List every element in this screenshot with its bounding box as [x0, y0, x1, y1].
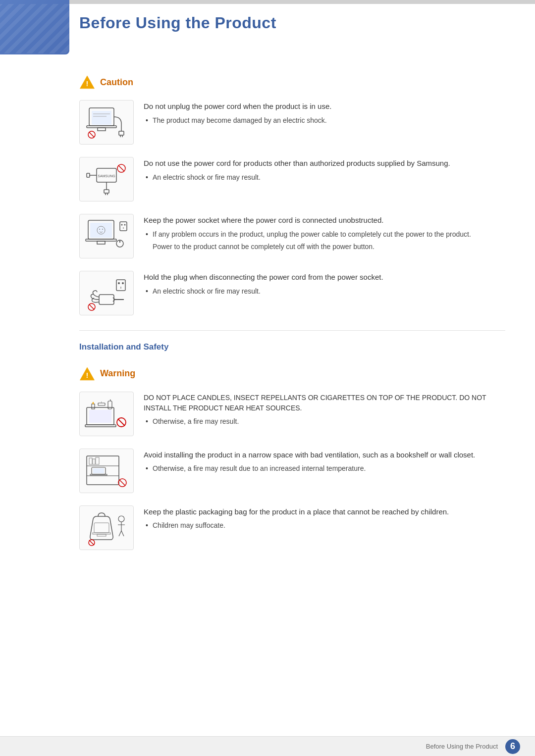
warning-bullets-1: Otherwise, a fire may result.	[144, 416, 505, 427]
svg-point-34	[124, 224, 126, 225]
caution-main-2: Do not use the power cord for products o…	[144, 158, 505, 169]
caution-icon: !	[79, 74, 95, 90]
caution-section: ! Caution	[79, 74, 505, 315]
warning-image-2	[79, 449, 134, 493]
left-accent-block	[0, 0, 69, 54]
caution-image-1	[79, 100, 134, 145]
svg-rect-48	[92, 404, 95, 409]
svg-line-20	[118, 165, 124, 171]
caution-title: Caution	[100, 76, 133, 89]
top-bar	[0, 0, 535, 4]
svg-point-68	[118, 516, 124, 522]
svg-rect-36	[99, 295, 114, 304]
svg-rect-60	[89, 458, 92, 464]
installation-heading: Installation and Safety	[79, 341, 505, 353]
svg-rect-16	[104, 190, 109, 193]
caution-bullets-1: The product may become damaged by an ele…	[144, 115, 505, 126]
installation-section: Installation and Safety ! Warning	[79, 330, 505, 550]
warning-bullet-1-1: Otherwise, a fire may result.	[144, 416, 505, 427]
caution-image-2: SAMSUNG	[79, 157, 134, 202]
bottom-bar: Before Using the Product 6	[0, 736, 535, 756]
caution-item-4: Hold the plug when disconnecting the pow…	[79, 271, 505, 315]
caution-text-2: Do not use the power cord for products o…	[144, 157, 505, 185]
svg-line-71	[119, 531, 121, 536]
warning-icon: !	[79, 366, 95, 382]
svg-rect-58	[90, 474, 107, 475]
caution-item-3: Keep the power socket where the power co…	[79, 214, 505, 258]
svg-rect-25	[97, 241, 105, 244]
warning-main-1: DO NOT PLACE CANDLES, INSECT REPELLANTS …	[144, 393, 505, 413]
caution-bullet-4-1: An electric shock or fire may result.	[144, 286, 505, 297]
svg-rect-38	[116, 280, 125, 291]
warning-title: Warning	[100, 367, 135, 380]
caution-bullet-1-1: The product may become damaged by an ele…	[144, 115, 505, 126]
warning-text-3: Keep the plastic packaging bag for the p…	[144, 505, 505, 533]
caution-main-3: Keep the power socket where the power co…	[144, 215, 505, 226]
caution-bullets-4: An electric shock or fire may result.	[144, 286, 505, 297]
caution-bullet-3-1: If any problem occurs in the product, un…	[144, 229, 505, 240]
page-number: 6	[505, 739, 520, 754]
svg-point-33	[121, 224, 123, 225]
svg-rect-65	[94, 523, 109, 533]
svg-line-64	[119, 480, 125, 486]
svg-rect-4	[98, 128, 106, 131]
main-content: ! Caution	[79, 54, 505, 731]
warning-bullet-3-1: Children may suffocate.	[144, 520, 505, 531]
svg-rect-32	[120, 222, 127, 231]
svg-point-40	[122, 282, 124, 284]
svg-line-9	[89, 132, 94, 137]
svg-line-43	[89, 304, 94, 309]
warning-item-1: DO NOT PLACE CANDLES, INSECT REPELLANTS …	[79, 392, 505, 436]
svg-rect-5	[119, 131, 124, 135]
warning-bullet-2-1: Otherwise, a fire may result due to an i…	[144, 463, 505, 474]
caution-item-2: SAMSUNG Do not use the power cord for	[79, 157, 505, 202]
warning-item-3: Keep the plastic packaging bag for the p…	[79, 505, 505, 550]
svg-line-52	[118, 419, 125, 426]
page-title: Before Using the Product	[79, 11, 505, 35]
svg-rect-10	[92, 111, 111, 125]
warning-image-1	[79, 392, 134, 436]
caution-text-3: Keep the power socket where the power co…	[144, 214, 505, 252]
svg-rect-62	[96, 457, 99, 464]
stripe-decoration	[0, 4, 69, 53]
svg-point-29	[102, 229, 103, 230]
svg-text:!: !	[86, 371, 89, 379]
svg-rect-67	[97, 534, 106, 536]
svg-rect-53	[89, 410, 111, 423]
warning-main-3: Keep the plastic packaging bag for the p…	[144, 506, 505, 518]
divider	[79, 330, 505, 331]
bottom-page-label: Before Using the Product	[426, 742, 498, 752]
svg-text:SAMSUNG: SAMSUNG	[98, 174, 115, 178]
svg-rect-49	[98, 403, 105, 405]
warning-header: ! Warning	[79, 366, 505, 382]
caution-main-4: Hold the plug when disconnecting the pow…	[144, 272, 505, 283]
svg-rect-59	[93, 468, 104, 473]
svg-line-72	[121, 531, 124, 536]
svg-rect-47	[85, 425, 116, 427]
warning-bullets-3: Children may suffocate.	[144, 520, 505, 531]
caution-extra-3: Power to the product cannot be completel…	[153, 242, 505, 252]
warning-item-2: Avoid installing the product in a narrow…	[79, 449, 505, 493]
warning-image-3	[79, 505, 134, 550]
svg-text:!: !	[86, 80, 89, 88]
warning-text-1: DO NOT PLACE CANDLES, INSECT REPELLANTS …	[144, 392, 505, 429]
svg-line-74	[89, 540, 94, 545]
caution-image-3	[79, 214, 134, 258]
svg-point-28	[99, 229, 100, 230]
warning-text-2: Avoid installing the product in a narrow…	[144, 449, 505, 476]
caution-header: ! Caution	[79, 74, 505, 90]
warning-main-2: Avoid installing the product in a narrow…	[144, 450, 505, 461]
caution-image-4	[79, 271, 134, 315]
caution-bullets-3: If any problem occurs in the product, un…	[144, 229, 505, 240]
caution-text-4: Hold the plug when disconnecting the pow…	[144, 271, 505, 299]
svg-point-39	[118, 282, 120, 284]
svg-rect-61	[93, 459, 95, 464]
caution-bullets-2: An electric shock or fire may result.	[144, 172, 505, 183]
caution-bullet-2-1: An electric shock or fire may result.	[144, 172, 505, 183]
warning-bullets-2: Otherwise, a fire may result due to an i…	[144, 463, 505, 474]
svg-rect-26	[90, 223, 112, 238]
caution-text-1: Do not unplug the power cord when the pr…	[144, 100, 505, 128]
caution-main-1: Do not unplug the power cord when the pr…	[144, 101, 505, 112]
caution-item-1: Do not unplug the power cord when the pr…	[79, 100, 505, 145]
